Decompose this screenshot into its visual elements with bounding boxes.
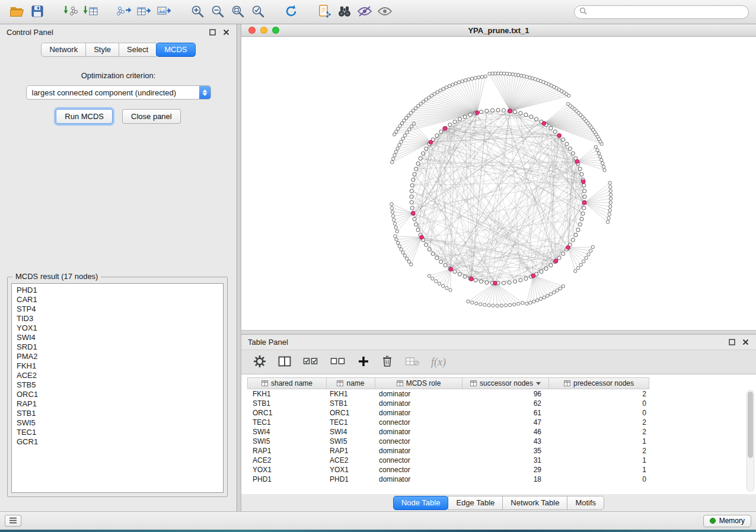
network-leaf-node[interactable]: [395, 238, 398, 241]
network-dominator-node[interactable]: [531, 274, 535, 278]
cell-successors[interactable]: 61: [464, 409, 551, 417]
cell-predecessors[interactable]: 0: [551, 475, 652, 483]
table-row[interactable]: STB1STB1dominator620: [247, 399, 756, 408]
network-node[interactable]: [458, 117, 461, 121]
cell-successors[interactable]: 29: [464, 466, 551, 474]
network-node[interactable]: [410, 206, 414, 210]
table-row[interactable]: ACE2ACE2connector311: [247, 456, 756, 465]
network-node[interactable]: [439, 130, 443, 133]
network-leaf-node[interactable]: [390, 207, 393, 210]
network-leaf-node[interactable]: [403, 134, 406, 137]
network-node[interactable]: [479, 280, 483, 283]
network-leaf-node[interactable]: [529, 301, 532, 304]
network-node[interactable]: [565, 142, 569, 146]
export-network-button[interactable]: [114, 2, 134, 21]
network-node[interactable]: [422, 152, 425, 155]
find-button[interactable]: [334, 2, 355, 21]
network-leaf-node[interactable]: [391, 210, 394, 213]
network-leaf-node[interactable]: [609, 197, 612, 200]
copy-share-button[interactable]: [314, 2, 334, 21]
network-node[interactable]: [580, 217, 583, 221]
cell-successors[interactable]: 35: [464, 447, 551, 455]
network-node[interactable]: [485, 109, 489, 113]
network-leaf-node[interactable]: [422, 100, 425, 103]
cell-name[interactable]: FKH1: [327, 390, 376, 398]
cell-predecessors[interactable]: 0: [551, 409, 652, 417]
network-leaf-node[interactable]: [434, 280, 437, 283]
table-scrollbar[interactable]: [747, 390, 754, 492]
network-leaf-node[interactable]: [448, 85, 451, 88]
mcds-result-item[interactable]: SRD1: [17, 342, 223, 352]
network-leaf-node[interactable]: [417, 104, 420, 107]
cell-predecessors[interactable]: 1: [551, 456, 652, 464]
cell-successors[interactable]: 18: [464, 475, 551, 483]
network-node[interactable]: [544, 267, 548, 270]
table-row[interactable]: ORC1ORC1dominator610: [247, 408, 756, 418]
network-leaf-node[interactable]: [509, 303, 512, 306]
mcds-result-item[interactable]: STB1: [17, 409, 223, 418]
network-node[interactable]: [474, 278, 477, 282]
tab-mcds[interactable]: MCDS: [156, 43, 195, 57]
network-leaf-node[interactable]: [457, 81, 460, 84]
network-leaf-node[interactable]: [397, 127, 400, 130]
network-leaf-node[interactable]: [519, 74, 522, 77]
network-leaf-node[interactable]: [451, 83, 454, 86]
network-node[interactable]: [540, 270, 543, 273]
network-leaf-node[interactable]: [546, 294, 549, 297]
cell-role[interactable]: connector: [376, 418, 464, 427]
network-node[interactable]: [582, 206, 586, 210]
network-leaf-node[interactable]: [391, 161, 394, 164]
cell-shared-name[interactable]: SWI4: [247, 428, 327, 436]
network-leaf-node[interactable]: [392, 157, 395, 160]
network-leaf-node[interactable]: [597, 152, 600, 155]
split-divider-horizontal[interactable]: [241, 330, 756, 335]
network-leaf-node[interactable]: [394, 226, 397, 229]
network-leaf-node[interactable]: [393, 219, 395, 222]
network-leaf-node[interactable]: [596, 149, 599, 152]
network-leaf-node[interactable]: [609, 205, 612, 208]
network-node[interactable]: [578, 223, 582, 226]
table-row[interactable]: PHD1PHD1dominator180: [247, 475, 756, 484]
network-leaf-node[interactable]: [406, 257, 409, 260]
network-leaf-node[interactable]: [606, 220, 609, 223]
network-leaf-node[interactable]: [395, 130, 398, 133]
network-node[interactable]: [580, 172, 583, 176]
network-dominator-node[interactable]: [554, 259, 558, 263]
network-leaf-node[interactable]: [504, 304, 507, 307]
run-mcds-button[interactable]: Run MCDS: [56, 109, 113, 124]
cell-role[interactable]: dominator: [376, 390, 464, 398]
network-leaf-node[interactable]: [525, 302, 528, 305]
network-node[interactable]: [583, 195, 586, 198]
network-node[interactable]: [463, 115, 467, 118]
zoom-in-button[interactable]: [187, 2, 208, 21]
network-node[interactable]: [425, 243, 428, 246]
network-leaf-node[interactable]: [549, 293, 552, 296]
network-node[interactable]: [524, 277, 528, 280]
mcds-result-item[interactable]: STB5: [17, 380, 223, 390]
network-leaf-node[interactable]: [441, 284, 444, 287]
cell-role[interactable]: connector: [376, 437, 464, 446]
zoom-fit-button[interactable]: [228, 2, 248, 21]
column-header-predecessor-nodes[interactable]: predecessor nodes: [548, 377, 649, 389]
network-node[interactable]: [513, 110, 516, 114]
refresh-button[interactable]: [281, 2, 301, 21]
network-leaf-node[interactable]: [445, 86, 448, 89]
network-node[interactable]: [414, 223, 418, 226]
network-leaf-node[interactable]: [582, 260, 585, 263]
network-dominator-node[interactable]: [542, 121, 546, 126]
network-node[interactable]: [576, 228, 580, 232]
cell-shared-name[interactable]: ORC1: [247, 409, 327, 417]
network-leaf-node[interactable]: [609, 185, 612, 188]
mcds-result-item[interactable]: PHD1: [17, 286, 223, 295]
network-leaf-node[interactable]: [428, 96, 430, 99]
network-leaf-node[interactable]: [400, 140, 403, 143]
network-node[interactable]: [562, 252, 565, 255]
column-header-mcds-role[interactable]: MCDS role: [375, 377, 462, 389]
network-leaf-node[interactable]: [574, 270, 577, 273]
cell-successors[interactable]: 43: [464, 437, 551, 446]
save-session-button[interactable]: [27, 2, 47, 21]
close-panel-button[interactable]: Close panel: [122, 109, 181, 124]
network-leaf-node[interactable]: [461, 80, 464, 83]
float-panel-icon[interactable]: [208, 28, 216, 37]
network-node[interactable]: [502, 281, 505, 285]
